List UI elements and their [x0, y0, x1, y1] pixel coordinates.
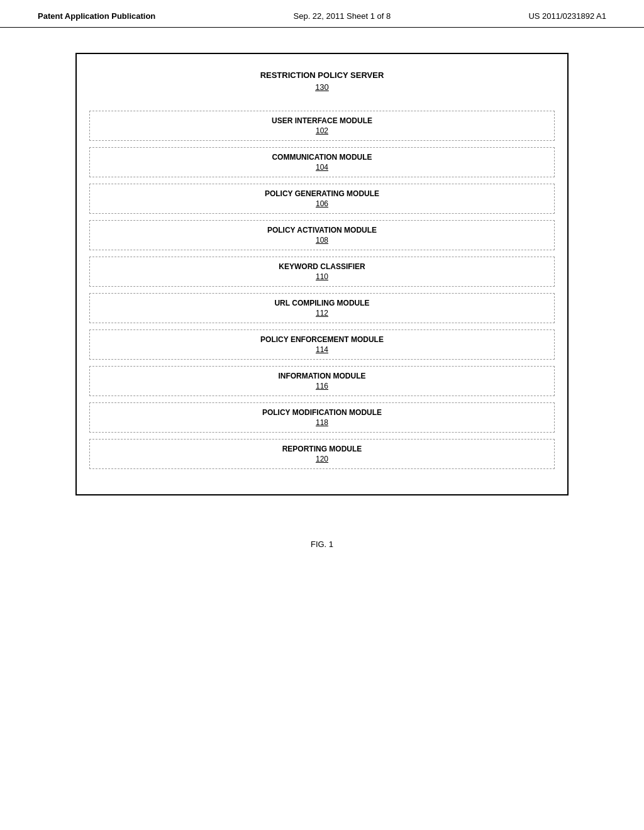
module-title-104: COMMUNICATION MODULE — [96, 153, 548, 162]
header-date-sheet: Sep. 22, 2011 Sheet 1 of 8 — [294, 11, 391, 21]
module-box-102: USER INTERFACE MODULE102 — [89, 111, 555, 141]
module-box-104: COMMUNICATION MODULE104 — [89, 147, 555, 177]
module-title-116: INFORMATION MODULE — [96, 372, 548, 380]
module-number-108: 108 — [96, 236, 548, 245]
module-box-106: POLICY GENERATING MODULE106 — [89, 184, 555, 214]
module-title-118: POLICY MODIFICATION MODULE — [96, 408, 548, 417]
module-title-114: POLICY ENFORCEMENT MODULE — [96, 335, 548, 344]
module-number-102: 102 — [96, 126, 548, 135]
module-box-110: KEYWORD CLASSIFIER110 — [89, 257, 555, 287]
module-box-108: POLICY ACTIVATION MODULE108 — [89, 220, 555, 250]
module-number-112: 112 — [96, 309, 548, 318]
page-content: RESTRICTION POLICY SERVER 130 USER INTER… — [0, 28, 644, 521]
header-publication: Patent Application Publication — [38, 11, 155, 21]
modules-container: USER INTERFACE MODULE102COMMUNICATION MO… — [89, 111, 555, 469]
module-title-110: KEYWORD CLASSIFIER — [96, 262, 548, 271]
module-number-120: 120 — [96, 455, 548, 463]
module-number-118: 118 — [96, 418, 548, 427]
figure-label: FIG. 1 — [0, 540, 644, 549]
module-title-102: USER INTERFACE MODULE — [96, 116, 548, 125]
server-number: 130 — [315, 82, 329, 92]
outer-server-box: RESTRICTION POLICY SERVER 130 USER INTER… — [75, 53, 569, 495]
module-title-106: POLICY GENERATING MODULE — [96, 189, 548, 198]
module-box-114: POLICY ENFORCEMENT MODULE114 — [89, 329, 555, 360]
module-title-120: REPORTING MODULE — [96, 445, 548, 453]
module-number-114: 114 — [96, 345, 548, 354]
module-number-116: 116 — [96, 382, 548, 390]
module-box-118: POLICY MODIFICATION MODULE118 — [89, 402, 555, 433]
module-number-104: 104 — [96, 163, 548, 172]
module-box-112: URL COMPILING MODULE112 — [89, 293, 555, 323]
module-number-106: 106 — [96, 199, 548, 208]
module-title-108: POLICY ACTIVATION MODULE — [96, 226, 548, 235]
module-box-116: INFORMATION MODULE116 — [89, 366, 555, 396]
module-title-112: URL COMPILING MODULE — [96, 299, 548, 307]
module-number-110: 110 — [96, 272, 548, 281]
header-patent-number: US 2011/0231892 A1 — [528, 11, 606, 21]
server-title: RESTRICTION POLICY SERVER — [260, 67, 384, 80]
module-box-120: REPORTING MODULE120 — [89, 439, 555, 469]
page-header: Patent Application Publication Sep. 22, … — [0, 0, 644, 28]
